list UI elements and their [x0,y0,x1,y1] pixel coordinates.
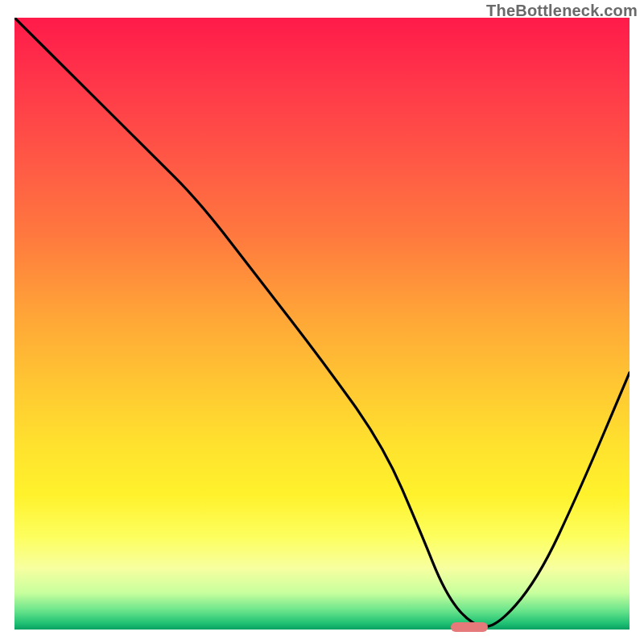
attribution-text: TheBottleneck.com [486,2,638,20]
optimal-range-marker [451,622,488,632]
bottleneck-chart: TheBottleneck.com [0,0,644,644]
chart-gradient-background [14,18,630,630]
